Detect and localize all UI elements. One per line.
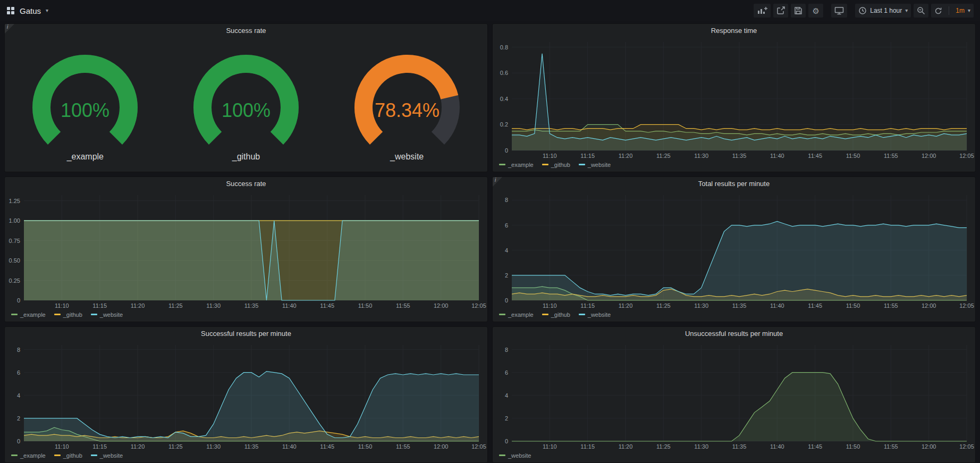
svg-text:0: 0 [505,438,508,444]
svg-text:11:20: 11:20 [131,443,145,450]
svg-text:0.4: 0.4 [500,96,508,102]
zoom-out-icon [917,6,925,15]
legend: _example_github_website [493,160,975,172]
legend-item-_github[interactable]: _github [54,452,82,459]
panel-info-corner[interactable]: i [5,24,14,33]
svg-text:0: 0 [505,297,508,304]
legend-item-_example[interactable]: _example [11,452,46,459]
svg-text:11:50: 11:50 [358,443,373,450]
gauge-series-label: _website [390,152,424,162]
svg-text:12:05: 12:05 [959,153,974,159]
panel-success-rate-timeseries: Success rate 00.250.500.751.001.2511:101… [4,176,488,322]
top-navbar: Gatus ▾ ⚙ [0,0,980,21]
svg-text:11:30: 11:30 [694,302,708,309]
legend-item-_example[interactable]: _example [11,312,46,318]
gauge-value: 100% [222,99,271,121]
svg-text:0.2: 0.2 [500,121,508,128]
svg-text:11:35: 11:35 [244,302,259,309]
chart-response-time[interactable]: 00.20.40.60.811:1011:1511:2011:2511:3011… [493,38,975,160]
panel-title[interactable]: Success rate [5,177,487,191]
panel-title[interactable]: Total results per minute [493,177,975,191]
chart-unsuccessful-results[interactable]: 0246811:1011:1511:2011:2511:3011:3511:40… [493,341,975,451]
svg-text:11:35: 11:35 [732,302,747,309]
svg-text:0.75: 0.75 [9,238,20,244]
svg-text:11:25: 11:25 [656,302,671,309]
legend-item-_website[interactable]: _website [499,452,531,459]
legend-item-_github[interactable]: _github [54,312,82,318]
svg-text:8: 8 [505,197,508,203]
add-panel-button[interactable] [754,4,771,18]
chart-successful-results[interactable]: 0246811:1011:1511:2011:2511:3011:3511:40… [5,341,487,451]
svg-text:6: 6 [505,222,508,229]
legend-item-_github[interactable]: _github [542,162,570,168]
svg-text:11:10: 11:10 [543,443,557,450]
gear-icon: ⚙ [812,7,819,15]
svg-text:12:00: 12:00 [922,153,936,159]
legend-item-_website[interactable]: _website [91,452,123,459]
svg-text:11:15: 11:15 [92,302,107,309]
svg-text:0.50: 0.50 [9,257,20,264]
svg-text:0.25: 0.25 [9,277,20,284]
legend-item-_website[interactable]: _website [91,312,123,318]
svg-text:1.25: 1.25 [9,198,20,204]
legend-swatch-icon [499,314,505,315]
panel-title[interactable]: Success rate [5,24,487,38]
zoom-out-button[interactable] [914,4,928,18]
gauge-_github: 100%_github [166,48,327,162]
refresh-picker-button[interactable]: 1m ▾ [931,4,974,18]
share-dashboard-button[interactable] [773,4,788,18]
svg-text:11:25: 11:25 [168,443,183,450]
legend-label: _website [508,452,531,459]
svg-text:11:20: 11:20 [619,443,633,450]
svg-text:11:30: 11:30 [694,443,708,450]
legend-item-_github[interactable]: _github [542,312,570,318]
svg-text:11:15: 11:15 [580,443,595,450]
svg-text:2: 2 [505,415,508,422]
legend-item-_website[interactable]: _website [579,312,611,318]
legend-label: _github [551,162,570,168]
cycle-view-mode-button[interactable] [831,4,847,18]
panel-info-corner[interactable]: i [493,177,502,187]
svg-text:11:15: 11:15 [92,443,107,450]
svg-text:11:55: 11:55 [884,153,898,159]
svg-text:11:55: 11:55 [396,302,410,309]
chart-success-rate[interactable]: 00.250.500.751.001.2511:1011:1511:2011:2… [5,191,487,310]
dashboard-settings-button[interactable]: ⚙ [808,4,823,18]
svg-text:12:00: 12:00 [922,302,936,309]
legend-item-_example[interactable]: _example [499,162,534,168]
svg-text:11:20: 11:20 [619,153,633,159]
legend-label: _website [100,312,123,318]
svg-text:11:25: 11:25 [656,153,671,159]
dashboard-title[interactable]: Gatus [20,6,41,15]
legend-swatch-icon [542,314,548,315]
svg-text:11:50: 11:50 [846,443,860,450]
svg-text:11:45: 11:45 [808,302,822,309]
chart-total-results[interactable]: 0246811:1011:1511:2011:2511:3011:3511:40… [493,191,975,310]
svg-text:12:00: 12:00 [434,443,449,450]
legend-label: _github [551,312,570,318]
save-dashboard-button[interactable] [791,4,806,18]
gauge-value: 100% [61,99,109,121]
svg-text:6: 6 [17,369,20,376]
refresh-icon [934,7,942,15]
svg-text:4: 4 [17,392,20,399]
dashboard-dropdown-caret-icon[interactable]: ▾ [46,8,48,13]
svg-text:11:35: 11:35 [244,443,259,450]
svg-text:11:55: 11:55 [884,302,898,309]
panel-title[interactable]: Successful results per minute [5,327,487,341]
legend: _example_github_website [5,310,487,322]
legend-swatch-icon [499,454,505,456]
legend-label: _github [63,312,82,318]
legend-swatch-icon [91,314,97,315]
save-icon [794,6,802,15]
legend: _example_github_website [493,310,975,322]
svg-text:11:55: 11:55 [396,443,410,450]
legend-item-_website[interactable]: _website [579,162,611,168]
legend-swatch-icon [499,164,505,165]
panel-title[interactable]: Response time [493,24,975,38]
legend-item-_example[interactable]: _example [499,312,534,318]
time-range-picker-button[interactable]: Last 1 hour ▾ [855,4,911,18]
panel-title[interactable]: Unsuccessful results per minute [493,327,975,341]
apps-grid-icon[interactable] [6,6,15,15]
legend-label: _example [508,162,534,168]
